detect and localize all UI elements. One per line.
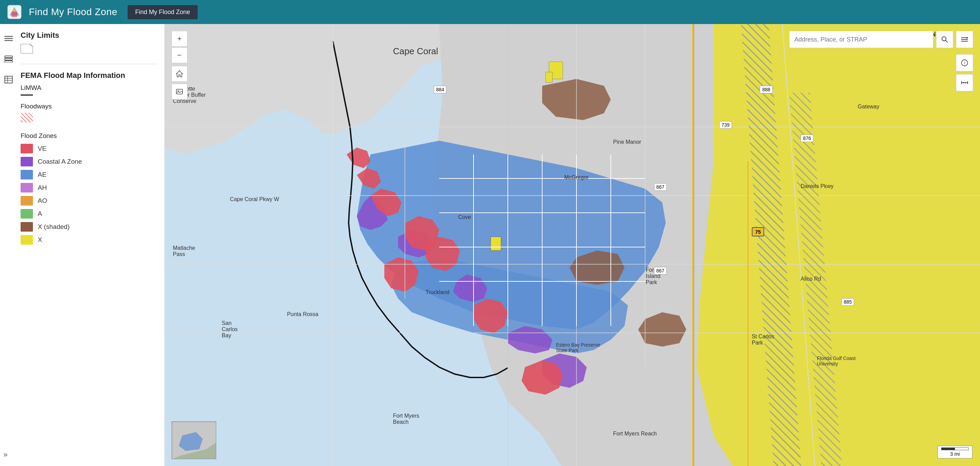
sidebar-legend: City Limits FEMA Flood Map Information L… [17,24,164,262]
zoom-in-button[interactable]: + [172,31,187,47]
coastal-a-item: Coastal A Zone [21,157,158,167]
ao-label: AO [38,197,47,205]
road-867b-badge: 867 [654,267,667,275]
search-input[interactable] [789,31,933,48]
floodways-swatch [21,113,33,122]
app-header: Find My Flood Zone Find My Flood Zone [0,0,980,24]
svg-rect-8 [5,58,12,60]
search-button[interactable] [936,31,953,48]
stack-button[interactable] [1,51,16,67]
svg-rect-10 [5,76,12,83]
svg-rect-9 [5,61,12,62]
svg-rect-16 [21,113,33,122]
home-button[interactable] [172,66,187,82]
x-label: X [38,236,42,243]
ae-item: AE [21,170,158,180]
scale-label: 3 mi [950,451,960,457]
flood-zones-label: Flood Zones [21,132,158,140]
floodways-label: Floodways [21,103,158,110]
svg-marker-67 [177,71,183,77]
x-swatch [21,235,33,245]
svg-point-69 [178,90,179,92]
svg-marker-14 [21,44,33,54]
ah-label: AH [38,184,47,191]
app-title: Find My Flood Zone [29,6,117,17]
svg-rect-40 [546,72,552,82]
city-limits-section: City Limits [21,31,158,54]
zoom-out-button[interactable]: − [172,47,187,63]
sidebar-icon-bar [0,24,17,87]
zoom-controls: + − [172,31,187,100]
limwa-swatch [21,94,33,96]
road-885-badge: 885 [842,298,854,306]
road-876-badge: 876 [800,135,813,142]
svg-point-3 [13,9,16,11]
x-shaded-swatch [21,222,33,232]
layers-button[interactable] [1,31,16,46]
city-limits-title: City Limits [21,31,158,40]
ah-item: AH [21,183,158,192]
ae-swatch [21,170,33,180]
map-view[interactable]: Cape Coral CharlotteHarbor BufferConserv… [165,24,980,466]
x-shaded-label: X (shaded) [38,223,70,231]
svg-line-71 [946,40,948,43]
highway-75-badge: 75 [752,227,765,237]
measure-button[interactable] [956,74,973,91]
coastal-a-label: Coastal A Zone [38,158,82,165]
svg-rect-7 [5,56,12,58]
info-button[interactable]: i [956,54,973,72]
city-limits-item [21,44,158,54]
coastal-a-swatch [21,157,33,167]
search-bar [789,31,973,48]
road-884-badge: 884 [434,86,446,93]
sidebar: City Limits FEMA Flood Map Information L… [0,24,165,466]
ae-label: AE [38,171,46,178]
expand-search-button[interactable] [956,31,973,48]
find-flood-zone-button[interactable]: Find My Flood Zone [128,5,198,19]
ao-swatch [21,196,33,205]
city-limits-swatch [21,44,33,54]
app-logo [7,5,22,19]
limwa-label: LiMWA [21,84,158,92]
main-content: City Limits FEMA Flood Map Information L… [0,24,980,466]
a-label: A [38,210,42,218]
ve-label: VE [38,145,46,153]
x-item: X [21,235,158,245]
ao-item: AO [21,196,158,205]
gallery-button[interactable] [172,84,187,100]
ah-swatch [21,183,33,192]
road-867-badge: 867 [654,183,667,191]
map-background [165,24,980,466]
svg-marker-20 [697,24,980,466]
map-side-controls: i [956,54,973,91]
road-739-badge: 739 [719,121,732,129]
fema-section: FEMA Flood Map Information LiMWA Floodwa… [21,71,158,245]
x-shaded-item: X (shaded) [21,222,158,232]
fema-title: FEMA Flood Map Information [21,71,158,80]
svg-rect-41 [491,237,501,251]
road-888-badge: 888 [760,86,772,93]
table-button[interactable] [1,72,16,87]
sidebar-collapse-button[interactable]: » [3,450,8,459]
scale-bar: 3 mi [937,446,972,458]
ve-item: VE [21,144,158,153]
svg-point-70 [942,37,946,41]
a-swatch [21,209,33,219]
ve-swatch [21,144,33,153]
a-item: A [21,209,158,219]
minimap [172,421,216,459]
svg-text:i: i [964,60,965,65]
svg-rect-2 [12,12,17,17]
